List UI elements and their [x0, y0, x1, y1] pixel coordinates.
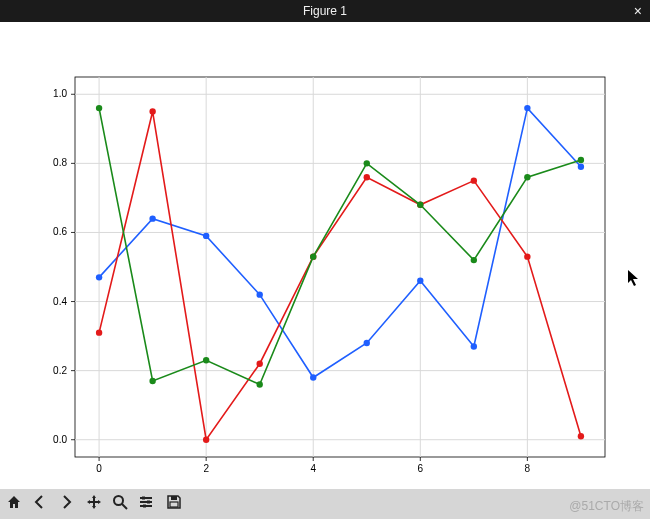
- point-series-3: [203, 357, 209, 363]
- point-series-2: [364, 174, 370, 180]
- chart-svg: 024680.00.20.40.60.81.0: [0, 22, 650, 489]
- line-series-3: [99, 108, 581, 384]
- svg-point-34: [114, 496, 123, 505]
- point-series-3: [524, 174, 530, 180]
- svg-text:0.4: 0.4: [53, 296, 67, 307]
- svg-text:6: 6: [418, 463, 424, 474]
- point-series-1: [471, 343, 477, 349]
- point-series-3: [149, 378, 155, 384]
- window-title: Figure 1: [303, 4, 347, 18]
- point-series-2: [524, 253, 530, 259]
- watermark-text: @51CTO博客: [569, 498, 644, 515]
- svg-rect-0: [75, 77, 605, 457]
- svg-text:0.0: 0.0: [53, 434, 67, 445]
- point-series-2: [203, 437, 209, 443]
- point-series-2: [96, 329, 102, 335]
- svg-text:8: 8: [525, 463, 531, 474]
- back-icon[interactable]: [32, 494, 48, 514]
- point-series-1: [149, 215, 155, 221]
- point-series-2: [578, 433, 584, 439]
- zoom-icon[interactable]: [112, 494, 128, 514]
- point-series-3: [364, 160, 370, 166]
- svg-text:2: 2: [203, 463, 209, 474]
- move-icon[interactable]: [86, 494, 102, 514]
- svg-text:4: 4: [310, 463, 316, 474]
- point-series-3: [310, 253, 316, 259]
- point-series-1: [310, 374, 316, 380]
- point-series-1: [96, 274, 102, 280]
- svg-text:0.8: 0.8: [53, 157, 67, 168]
- home-icon[interactable]: [6, 494, 22, 514]
- point-series-3: [578, 157, 584, 163]
- svg-rect-41: [143, 505, 146, 508]
- svg-rect-40: [147, 501, 150, 504]
- line-series-1: [99, 108, 581, 377]
- point-series-2: [471, 177, 477, 183]
- close-icon[interactable]: ×: [634, 2, 642, 20]
- point-series-1: [256, 291, 262, 297]
- matplotlib-toolbar: @51CTO博客: [0, 489, 650, 519]
- svg-text:0: 0: [96, 463, 102, 474]
- svg-text:1.0: 1.0: [53, 88, 67, 99]
- save-icon[interactable]: [166, 494, 182, 514]
- point-series-1: [203, 233, 209, 239]
- point-series-3: [471, 257, 477, 263]
- point-series-3: [256, 381, 262, 387]
- point-series-1: [578, 164, 584, 170]
- svg-rect-39: [142, 497, 145, 500]
- point-series-2: [256, 361, 262, 367]
- svg-text:0.2: 0.2: [53, 365, 67, 376]
- point-series-3: [96, 105, 102, 111]
- point-series-3: [417, 202, 423, 208]
- svg-rect-43: [170, 502, 178, 507]
- svg-text:0.6: 0.6: [53, 226, 67, 237]
- point-series-1: [417, 278, 423, 284]
- line-series-2: [99, 112, 581, 440]
- forward-icon[interactable]: [58, 494, 74, 514]
- svg-rect-42: [171, 496, 177, 500]
- plot-canvas[interactable]: 024680.00.20.40.60.81.0: [0, 22, 650, 489]
- point-series-2: [149, 108, 155, 114]
- figure-window: Figure 1 × 024680.00.20.40.60.81.0: [0, 0, 650, 519]
- point-series-1: [364, 340, 370, 346]
- point-series-1: [524, 105, 530, 111]
- svg-line-35: [122, 504, 127, 509]
- title-bar[interactable]: Figure 1 ×: [0, 0, 650, 22]
- configure-icon[interactable]: [138, 494, 154, 514]
